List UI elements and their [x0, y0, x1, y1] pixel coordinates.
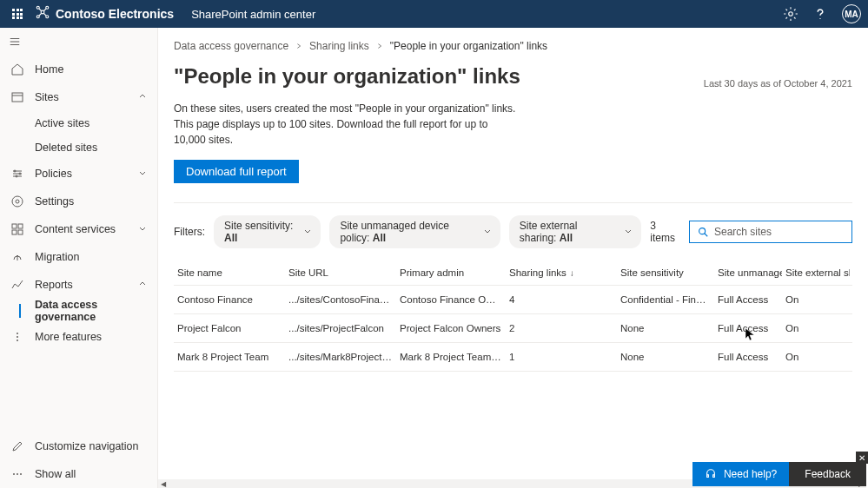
reports-icon — [10, 278, 24, 292]
main-content: Data access governance Sharing links "Pe… — [158, 28, 868, 488]
svg-point-3 — [36, 16, 39, 18]
content-services-icon — [10, 222, 24, 236]
table-row[interactable]: Project Falcon.../sites/ProjectFalconPro… — [174, 314, 852, 343]
svg-point-22 — [12, 196, 23, 207]
sidebar-item-deleted-sites[interactable]: Deleted sites — [0, 135, 157, 160]
suite-header: Contoso Electronics SharePoint admin cen… — [0, 0, 868, 28]
cell-site-name: Contoso Finance — [174, 286, 285, 313]
sidebar-item-sites[interactable]: Sites — [0, 83, 157, 111]
date-range: Last 30 days as of October 4, 2021 — [704, 78, 852, 89]
svg-point-9 — [789, 12, 793, 16]
svg-rect-26 — [18, 230, 23, 234]
sidebar-item-home[interactable]: Home — [0, 56, 157, 83]
nav-label: Reports — [35, 279, 73, 291]
sidebar-item-policies[interactable]: Policies — [0, 160, 157, 188]
svg-point-2 — [46, 6, 49, 9]
search-box[interactable] — [689, 221, 852, 243]
nav-label: Customize navigation — [35, 440, 139, 452]
svg-rect-13 — [12, 93, 23, 102]
svg-line-7 — [39, 14, 42, 16]
cell-site-name: Project Falcon — [174, 314, 285, 342]
svg-point-30 — [13, 473, 15, 475]
col-primary-admin[interactable]: Primary admin — [396, 260, 506, 285]
cell-primary-admin: Mark 8 Project Team Owners — [396, 343, 506, 371]
sort-desc-icon: ↓ — [570, 268, 574, 278]
sidebar-item-customize-navigation[interactable]: Customize navigation — [0, 432, 157, 460]
chevron-up-icon — [138, 279, 147, 291]
feedback-button[interactable]: Feedback ✕ — [789, 462, 866, 486]
cell-site-external: On — [782, 343, 850, 371]
sidebar-item-settings[interactable]: Settings — [0, 188, 157, 215]
sites-table: Site name Site URL Primary admin Sharing… — [174, 260, 852, 372]
filter-row: Filters: Site sensitivity: All Site unma… — [174, 215, 852, 248]
chevron-down-icon — [483, 226, 492, 238]
scroll-left-icon: ◀ — [158, 479, 169, 488]
navigation-sidebar: Home Sites Active sites Deleted sites Po… — [0, 28, 158, 488]
sidebar-item-more-features[interactable]: More features — [0, 323, 157, 351]
item-count: 3 items — [650, 220, 680, 244]
cell-primary-admin: Project Falcon Owners — [396, 314, 506, 342]
user-avatar[interactable]: MA — [842, 4, 861, 23]
nav-label: Settings — [35, 195, 74, 208]
nav-label: Home — [35, 63, 63, 76]
col-site-name[interactable]: Site name — [174, 260, 285, 285]
sidebar-item-migration[interactable]: Migration — [0, 243, 157, 271]
cell-site-url: .../sites/ProjectFalcon — [285, 314, 396, 342]
breadcrumb-l2[interactable]: Sharing links — [309, 40, 369, 52]
sidebar-item-reports[interactable]: Reports — [0, 271, 157, 299]
help-icon[interactable] — [812, 6, 828, 22]
policies-icon — [10, 167, 24, 181]
cell-site-external: On — [782, 286, 850, 313]
nav-label: Show all — [35, 468, 76, 480]
col-sharing-links[interactable]: Sharing links↓ — [506, 260, 617, 285]
org-logo-area: Contoso Electronics — [35, 4, 174, 23]
sidebar-item-data-access-governance[interactable]: Data access governance — [0, 299, 157, 323]
search-icon — [697, 226, 709, 238]
svg-point-31 — [17, 473, 18, 475]
col-site-unmanaged[interactable]: Site unmanaged ... — [714, 260, 782, 285]
breadcrumb-l1[interactable]: Data access governance — [174, 40, 288, 52]
col-site-url[interactable]: Site URL — [285, 260, 396, 285]
edit-icon — [10, 439, 24, 453]
nav-label: Content services — [35, 223, 116, 235]
sidebar-item-content-services[interactable]: Content services — [0, 215, 157, 243]
table-header: Site name Site URL Primary admin Sharing… — [174, 260, 852, 286]
sidebar-item-show-all[interactable]: Show all — [0, 460, 157, 488]
chevron-down-icon — [303, 226, 312, 238]
settings-icon[interactable] — [783, 6, 798, 22]
svg-point-27 — [17, 333, 18, 334]
download-full-report-button[interactable]: Download full report — [174, 160, 299, 183]
nav-label: Policies — [35, 168, 72, 180]
app-launcher-button[interactable] — [7, 3, 28, 24]
collapse-nav-button[interactable] — [0, 28, 157, 56]
nav-label: Migration — [35, 251, 79, 263]
org-name: Contoso Electronics — [56, 7, 174, 21]
search-input[interactable] — [714, 226, 845, 238]
cell-sharing-links: 1 — [506, 343, 617, 371]
filter-external-sharing[interactable]: Site external sharing: All — [509, 215, 642, 248]
cell-site-unmanaged: Full Access — [714, 343, 782, 371]
svg-rect-23 — [12, 224, 17, 228]
chevron-right-icon — [295, 40, 302, 52]
table-row[interactable]: Mark 8 Project Team.../sites/Mark8Projec… — [174, 343, 852, 372]
svg-line-6 — [44, 9, 47, 11]
home-icon — [10, 63, 24, 76]
cell-site-unmanaged: Full Access — [714, 286, 782, 313]
close-icon[interactable]: ✕ — [856, 452, 868, 464]
chevron-down-icon — [624, 226, 633, 238]
col-site-sensitivity[interactable]: Site sensitivity — [617, 260, 714, 285]
cell-site-name: Mark 8 Project Team — [174, 343, 285, 371]
breadcrumb: Data access governance Sharing links "Pe… — [174, 40, 852, 52]
filter-unmanaged-device-policy[interactable]: Site unmanaged device policy: All — [329, 215, 500, 248]
page-description: On these sites, users created the most "… — [174, 101, 521, 148]
table-row[interactable]: Contoso Finance.../sites/ContosoFinanceC… — [174, 286, 852, 314]
col-site-external[interactable]: Site external shar... — [782, 260, 850, 285]
filter-site-sensitivity[interactable]: Site sensitivity: All — [214, 215, 321, 248]
svg-point-0 — [41, 10, 44, 14]
nav-label: More features — [35, 331, 102, 343]
svg-point-33 — [699, 228, 706, 234]
cell-site-sensitivity: Confidential - Finance — [617, 286, 714, 313]
need-help-button[interactable]: Need help? — [692, 462, 789, 486]
sidebar-item-active-sites[interactable]: Active sites — [0, 111, 157, 135]
more-features-icon — [10, 330, 24, 344]
